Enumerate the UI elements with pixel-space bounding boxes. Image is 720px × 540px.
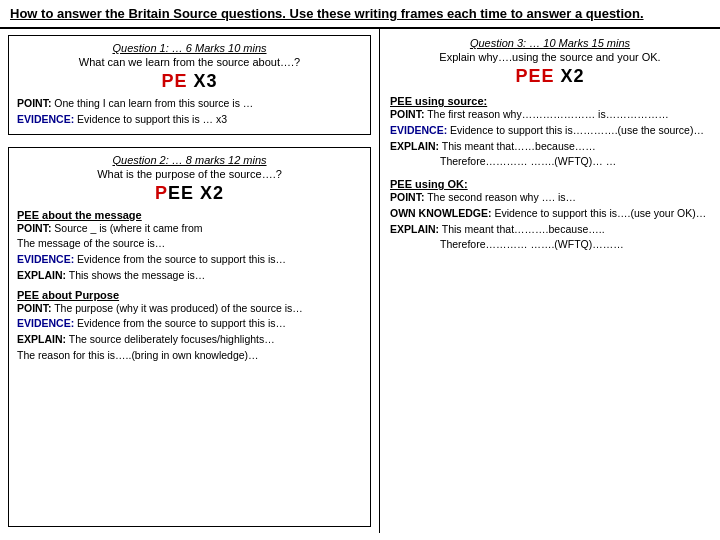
left-column: Question 1: … 6 Marks 10 mins What can w… xyxy=(0,29,380,533)
q1-evidence-label: EVIDENCE: xyxy=(17,113,74,125)
q3-s-point-text: The first reason why………………… is……………… xyxy=(424,108,668,120)
q3-ok-point-text: The second reason why …. is… xyxy=(424,191,576,203)
q2-p-point-label: POINT: xyxy=(17,302,51,314)
q2-m-ev-text: Evidence from the source to support this… xyxy=(74,253,286,265)
q3-source-content: POINT: The first reason why………………… is………… xyxy=(390,107,710,170)
q1-label: PE X3 xyxy=(17,71,362,92)
main-content: Question 1: … 6 Marks 10 mins What can w… xyxy=(0,29,720,533)
q2-p-ev-label: EVIDENCE: xyxy=(17,317,74,329)
q3-ok-indent-text: Therefore………… …….(WFTQ)……… xyxy=(440,237,710,253)
q2-ee: EE xyxy=(168,183,194,203)
q3-s-exp-label: EXPLAIN: xyxy=(390,140,439,152)
q3-source-header: PEE using source: xyxy=(390,95,710,107)
q1-pe: PE xyxy=(161,71,187,91)
q1-subtitle: What can we learn from the source about…… xyxy=(17,56,362,68)
q2-p-point-text: The purpose (why it was produced) of the… xyxy=(51,302,302,314)
q3-subtitle: Explain why….using the source and your O… xyxy=(390,51,710,63)
q2-message-header: PEE about the message xyxy=(17,209,362,221)
q1-content: POINT: One thing I can learn from this s… xyxy=(17,96,362,128)
q3-ok-exp-label: EXPLAIN: xyxy=(390,223,439,235)
q2-purpose-header: PEE about Purpose xyxy=(17,289,362,301)
q2-message-section: PEE about the message POINT: Source _ is… xyxy=(17,209,362,284)
q2-purpose-content: POINT: The purpose (why it was produced)… xyxy=(17,301,362,364)
q3-x2: X2 xyxy=(555,66,585,86)
q2-p-exp-text: The source deliberately focuses/highligh… xyxy=(66,333,275,345)
q3-ok-header: PEE using OK: xyxy=(390,178,710,190)
right-column: Question 3: … 10 Marks 15 mins Explain w… xyxy=(380,29,720,533)
q3-title: Question 3: … 10 Marks 15 mins xyxy=(390,37,710,49)
q3-ok-content: POINT: The second reason why …. is… OWN … xyxy=(390,190,710,253)
q1-x3: X3 xyxy=(187,71,217,91)
page-header: How to answer the Britain Source questio… xyxy=(0,0,720,29)
q1-point-label: POINT: xyxy=(17,97,51,109)
q2-p: P xyxy=(155,183,168,203)
q2-title: Question 2: … 8 marks 12 mins xyxy=(17,154,362,166)
q2-subtitle: What is the purpose of the source….? xyxy=(17,168,362,180)
q2-m-point-text: Source _ is (where it came from xyxy=(51,222,202,234)
q3-ok-own-label: OWN KNOWLEDGE: xyxy=(390,207,492,219)
q3-s-ev-text: Evidence to support this is………….(use the… xyxy=(447,124,704,136)
q2-m-point-label: POINT: xyxy=(17,222,51,234)
q2-label: PEE X2 xyxy=(17,183,362,204)
q2-m-exp-text: This shows the message is… xyxy=(66,269,205,281)
q1-evidence-text: Evidence to support this is … x3 xyxy=(74,113,227,125)
q2-x2: X2 xyxy=(194,183,224,203)
q2-p-reason-text: The reason for this is…..(bring in own k… xyxy=(17,349,259,361)
q2-m-exp-label: EXPLAIN: xyxy=(17,269,66,281)
header-text: How to answer the Britain Source questio… xyxy=(10,6,644,21)
q3-ok-point-label: POINT: xyxy=(390,191,424,203)
q3-s-exp-text: This meant that……because…… xyxy=(439,140,596,152)
q3-pee: PEE xyxy=(515,66,554,86)
q3-ok-own-text: Evidence to support this is….(use your O… xyxy=(492,207,707,219)
question2-box: Question 2: … 8 marks 12 mins What is th… xyxy=(8,147,371,528)
q3-ok-exp-text: This meant that……….because….. xyxy=(439,223,605,235)
question1-box: Question 1: … 6 Marks 10 mins What can w… xyxy=(8,35,371,135)
q2-m-message-text: The message of the source is… xyxy=(17,237,165,249)
q2-message-content: POINT: Source _ is (where it came from T… xyxy=(17,221,362,284)
q3-ok-section: PEE using OK: POINT: The second reason w… xyxy=(390,178,710,253)
q2-p-exp-label: EXPLAIN: xyxy=(17,333,66,345)
q3-source-section: PEE using source: POINT: The first reaso… xyxy=(390,95,710,170)
q3-label: PEE X2 xyxy=(390,66,710,87)
q1-point-text: One thing I can learn from this source i… xyxy=(51,97,253,109)
q2-m-ev-label: EVIDENCE: xyxy=(17,253,74,265)
q3-s-indent-text: Therefore………… …….(WFTQ)… … xyxy=(440,154,710,170)
q2-purpose-section: PEE about Purpose POINT: The purpose (wh… xyxy=(17,289,362,364)
q3-s-ev-label: EVIDENCE: xyxy=(390,124,447,136)
q3-s-point-label: POINT: xyxy=(390,108,424,120)
q1-title: Question 1: … 6 Marks 10 mins xyxy=(17,42,362,54)
q2-p-ev-text: Evidence from the source to support this… xyxy=(74,317,286,329)
